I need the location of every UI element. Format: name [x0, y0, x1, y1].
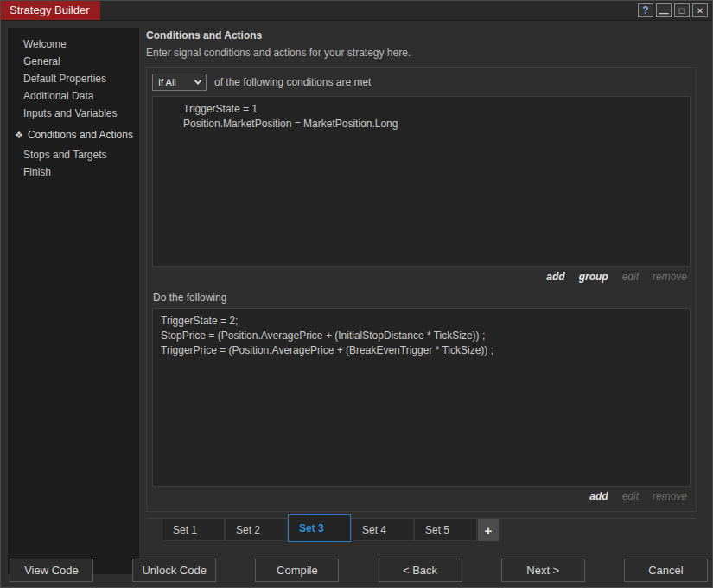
- actions-links: add edit remove: [152, 487, 691, 508]
- next-button[interactable]: Next >: [501, 559, 585, 582]
- sidebar-item-default-properties[interactable]: Default Properties: [8, 70, 139, 87]
- sidebar-item-label: Conditions and Actions: [28, 129, 133, 141]
- sidebar-item-stops-and-targets[interactable]: Stops and Targets: [8, 146, 139, 163]
- condition-item[interactable]: TriggerState = 1: [183, 102, 684, 117]
- condition-mode-row: If All of the following conditions are m…: [152, 74, 691, 91]
- back-button[interactable]: < Back: [379, 559, 462, 582]
- group-condition-link[interactable]: group: [579, 271, 608, 283]
- actions-list[interactable]: TriggerState = 2; StopPrice = (Position.…: [152, 308, 691, 487]
- current-step-icon: ❖: [15, 130, 23, 140]
- sidebar-item-finish[interactable]: Finish: [8, 163, 139, 181]
- sidebar: Welcome General Default Properties Addit…: [8, 28, 139, 574]
- page-description: Enter signal conditions and actions for …: [146, 47, 705, 59]
- action-item[interactable]: StopPrice = (Position.AveragePrice + (In…: [161, 329, 684, 343]
- chevron-down-icon: [194, 77, 201, 84]
- conditions-list[interactable]: TriggerState = 1 Position.MarketPosition…: [152, 96, 691, 267]
- action-item[interactable]: TriggerPrice = (Position.AveragePrice + …: [161, 343, 684, 358]
- page-title: Conditions and Actions: [146, 29, 705, 42]
- minimize-icon[interactable]: —: [656, 3, 672, 17]
- main-content: Conditions and Actions Enter signal cond…: [146, 28, 705, 574]
- strategy-builder-window: Strategy Builder ? — □ × Welcome General…: [0, 0, 713, 588]
- view-code-button[interactable]: View Code: [10, 559, 93, 582]
- edit-condition-link: edit: [622, 271, 639, 283]
- tab-set-2[interactable]: Set 2: [225, 519, 288, 541]
- actions-label: Do the following: [153, 291, 691, 304]
- tab-set-4[interactable]: Set 4: [351, 519, 414, 541]
- titlebar: Strategy Builder ? — □ ×: [1, 1, 712, 21]
- sidebar-item-general[interactable]: General: [8, 53, 139, 70]
- edit-action-link: edit: [622, 490, 639, 502]
- window-body: Welcome General Default Properties Addit…: [1, 21, 712, 581]
- maximize-icon[interactable]: □: [674, 3, 690, 17]
- footer-buttons: View Code Unlock Code Compile < Back Nex…: [10, 559, 708, 582]
- sidebar-item-inputs-and-variables[interactable]: Inputs and Variables: [8, 105, 139, 122]
- help-icon[interactable]: ?: [638, 3, 653, 17]
- sidebar-item-additional-data[interactable]: Additional Data: [8, 87, 139, 105]
- condition-item[interactable]: Position.MarketPosition = MarketPosition…: [183, 117, 684, 131]
- remove-action-link: remove: [653, 490, 687, 502]
- condition-mode-caption: of the following conditions are met: [214, 76, 371, 88]
- compile-button[interactable]: Compile: [255, 559, 339, 582]
- sidebar-item-welcome[interactable]: Welcome: [8, 35, 139, 53]
- remove-condition-link: remove: [653, 271, 687, 283]
- window-controls: ? — □ ×: [638, 1, 712, 20]
- tab-set-1[interactable]: Set 1: [162, 519, 225, 541]
- tab-set-3[interactable]: Set 3: [288, 514, 351, 542]
- add-action-link[interactable]: add: [589, 490, 608, 502]
- condition-mode-dropdown[interactable]: If All: [152, 74, 207, 91]
- set-tabs: Set 1 Set 2 Set 3 Set 4 Set 5 +: [146, 518, 697, 546]
- minimize-glyph: —: [659, 8, 669, 18]
- conditions-actions-group: If All of the following conditions are m…: [146, 67, 697, 512]
- cancel-button[interactable]: Cancel: [624, 559, 708, 582]
- add-set-button[interactable]: +: [478, 519, 499, 541]
- sidebar-item-conditions-and-actions[interactable]: ❖Conditions and Actions: [8, 126, 139, 144]
- condition-mode-value: If All: [158, 77, 176, 87]
- action-item[interactable]: TriggerState = 2;: [161, 314, 684, 329]
- add-condition-link[interactable]: add: [546, 271, 564, 283]
- tab-set-5[interactable]: Set 5: [414, 519, 477, 541]
- window-title: Strategy Builder: [1, 1, 100, 20]
- unlock-code-button[interactable]: Unlock Code: [132, 559, 216, 582]
- conditions-links: add group edit remove: [152, 267, 691, 288]
- close-icon[interactable]: ×: [692, 3, 708, 17]
